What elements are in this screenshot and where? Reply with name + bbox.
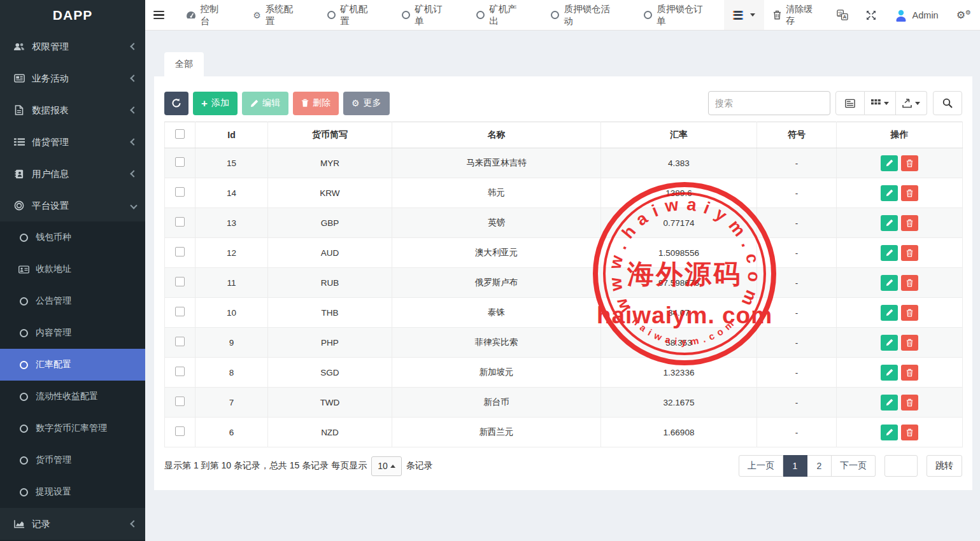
- sidebar-item-withdrawal-settings[interactable]: 提现设置: [0, 476, 145, 508]
- search-input[interactable]: [708, 91, 830, 115]
- nav-item-miner-orders[interactable]: 矿机订单: [389, 0, 464, 30]
- row-delete-button[interactable]: [901, 155, 918, 171]
- row-delete-button[interactable]: [901, 245, 918, 261]
- sidebar-item-reports[interactable]: 数据报表: [0, 94, 145, 126]
- sidebar-item-payment-address[interactable]: 收款地址: [0, 253, 145, 285]
- caret-up-icon: [390, 465, 395, 468]
- row-delete-button[interactable]: [901, 215, 918, 231]
- select-all-checkbox[interactable]: [175, 129, 185, 139]
- col-header-code[interactable]: 货币简写: [268, 122, 392, 148]
- refresh-button[interactable]: [164, 92, 188, 115]
- more-button[interactable]: ⚙ 更多: [343, 92, 390, 115]
- nav-item-miner-output[interactable]: 矿机产出: [464, 0, 538, 30]
- row-checkbox[interactable]: [175, 307, 185, 316]
- cell-id: 14: [195, 178, 268, 208]
- edit-button[interactable]: 编辑: [242, 92, 288, 115]
- page-button-2[interactable]: 2: [807, 455, 832, 477]
- page-button-1[interactable]: 1: [783, 455, 807, 477]
- add-button[interactable]: + 添加: [193, 92, 238, 115]
- sidebar-item-currency-management[interactable]: 货币管理: [0, 444, 145, 476]
- nav-item-dashboard[interactable]: 控制台: [173, 0, 241, 30]
- row-checkbox[interactable]: [175, 247, 185, 256]
- row-checkbox[interactable]: [175, 397, 185, 406]
- cell-symbol: -: [757, 358, 837, 388]
- clear-cache-button[interactable]: 清除缓存: [764, 0, 828, 30]
- row-delete-button[interactable]: [901, 305, 918, 321]
- row-edit-button[interactable]: [881, 215, 898, 231]
- col-header-name[interactable]: 名称: [392, 122, 601, 148]
- next-page-button[interactable]: 下一页: [832, 455, 876, 477]
- admin-user-menu[interactable]: Admin: [885, 0, 948, 30]
- nav-menu-dropdown-button[interactable]: [724, 0, 764, 30]
- tab-all[interactable]: 全部: [164, 52, 204, 76]
- search-button[interactable]: [933, 91, 962, 115]
- sidebar-item-records[interactable]: 记录: [0, 508, 145, 540]
- nav-item-label: 控制台: [201, 3, 228, 27]
- row-checkbox[interactable]: [175, 217, 185, 227]
- nav-item-staking-activity[interactable]: 质押锁仓活动: [538, 0, 631, 30]
- platform-settings-submenu: 钱包币种 收款地址 公告管理 内容管理 汇率配置: [0, 221, 145, 508]
- nav-item-staking-orders[interactable]: 质押锁仓订单: [631, 0, 724, 30]
- row-checkbox[interactable]: [175, 277, 185, 286]
- sidebar-toggle-button[interactable]: [145, 0, 173, 30]
- row-edit-button[interactable]: [881, 305, 898, 321]
- tab-bar: 全部: [154, 52, 972, 76]
- cogs-icon[interactable]: ⚙⚙: [948, 0, 980, 30]
- table-row: 11 RUB 俄罗斯卢布 97.598676 -: [165, 268, 963, 298]
- row-checkbox[interactable]: [175, 426, 185, 436]
- sidebar-item-platform-settings[interactable]: 平台设置: [0, 190, 145, 221]
- row-checkbox[interactable]: [175, 157, 185, 167]
- area-chart-icon: [11, 519, 27, 528]
- page-size-dropdown[interactable]: 10: [371, 456, 402, 476]
- nav-item-miner-config[interactable]: 矿机配置: [315, 0, 389, 30]
- sidebar-item-content-management[interactable]: 内容管理: [0, 317, 145, 349]
- circle-icon: [17, 488, 31, 496]
- sidebar-item-wallet-coins[interactable]: 钱包币种: [0, 221, 145, 253]
- cell-id: 9: [195, 328, 268, 358]
- row-delete-button[interactable]: [901, 185, 918, 201]
- row-delete-button[interactable]: [901, 335, 918, 351]
- row-edit-button[interactable]: [881, 275, 898, 291]
- row-edit-button[interactable]: [881, 245, 898, 261]
- row-delete-button[interactable]: [901, 365, 918, 381]
- row-edit-button[interactable]: [881, 395, 898, 411]
- sidebar-item-lending[interactable]: 借贷管理: [0, 126, 145, 158]
- row-delete-button[interactable]: [901, 275, 918, 291]
- nav-item-system-config[interactable]: ⚙ 系统配置: [240, 0, 315, 30]
- delete-button[interactable]: 删除: [293, 92, 339, 115]
- sidebar-item-permissions[interactable]: 权限管理: [0, 31, 145, 62]
- row-checkbox[interactable]: [175, 187, 185, 197]
- sidebar-item-announcements[interactable]: 公告管理: [0, 285, 145, 317]
- row-edit-button[interactable]: [881, 425, 898, 440]
- columns-button[interactable]: [865, 91, 896, 115]
- table-header-row: Id 货币简写 名称 汇率 符号 操作: [165, 122, 963, 148]
- row-checkbox[interactable]: [175, 337, 185, 346]
- row-edit-button[interactable]: [881, 365, 898, 381]
- row-delete-button[interactable]: [901, 395, 918, 411]
- col-header-symbol[interactable]: 符号: [757, 122, 837, 148]
- row-delete-button[interactable]: [901, 425, 918, 440]
- prev-page-button[interactable]: 上一页: [739, 455, 783, 477]
- delete-label: 删除: [313, 97, 330, 109]
- row-edit-button[interactable]: [881, 185, 898, 201]
- circle-icon: [17, 329, 31, 337]
- sidebar-item-business[interactable]: 业务活动: [0, 62, 145, 94]
- sidebar-item-users-info[interactable]: 用户信息: [0, 158, 145, 190]
- language-switch-button[interactable]: 文A: [828, 0, 857, 30]
- row-checkbox[interactable]: [175, 367, 185, 376]
- detail-view-button[interactable]: [835, 91, 865, 115]
- jump-page-input[interactable]: [884, 455, 918, 477]
- col-header-rate[interactable]: 汇率: [601, 122, 757, 148]
- fullscreen-icon[interactable]: [857, 0, 885, 30]
- gear-icon: ⚙: [352, 99, 360, 108]
- row-edit-button[interactable]: [881, 335, 898, 351]
- export-button[interactable]: [896, 91, 927, 115]
- cell-symbol: -: [757, 148, 837, 178]
- row-edit-button[interactable]: [881, 155, 898, 171]
- sidebar-item-crypto-rate-management[interactable]: 数字货币汇率管理: [0, 412, 145, 444]
- sidebar-item-liquidity-income-config[interactable]: 流动性收益配置: [0, 381, 145, 412]
- jump-button[interactable]: 跳转: [927, 455, 962, 477]
- sidebar-item-exchange-rate-config[interactable]: 汇率配置: [0, 349, 145, 381]
- caret-down-icon: [750, 13, 755, 17]
- col-header-id[interactable]: Id: [195, 122, 268, 148]
